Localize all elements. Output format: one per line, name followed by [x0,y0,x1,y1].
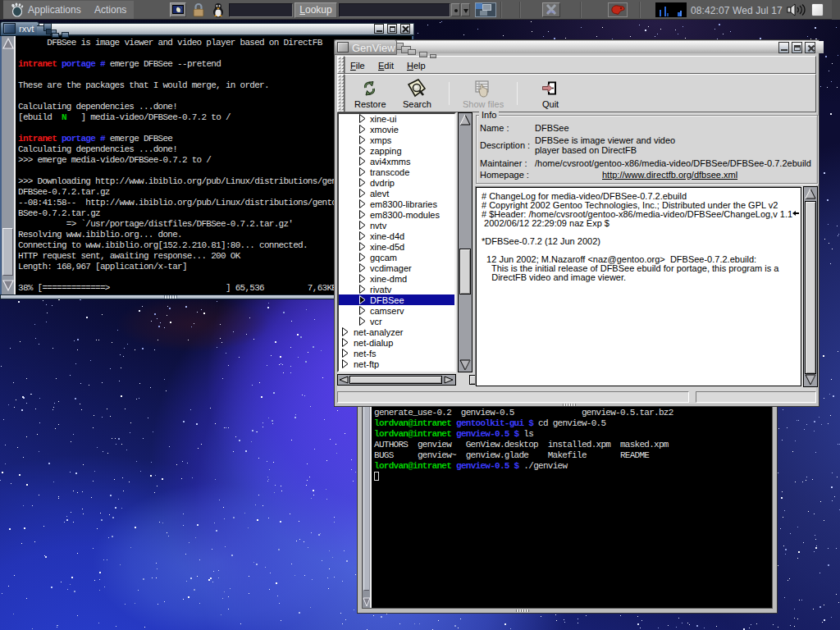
svg-text:chat: chat [547,9,555,14]
